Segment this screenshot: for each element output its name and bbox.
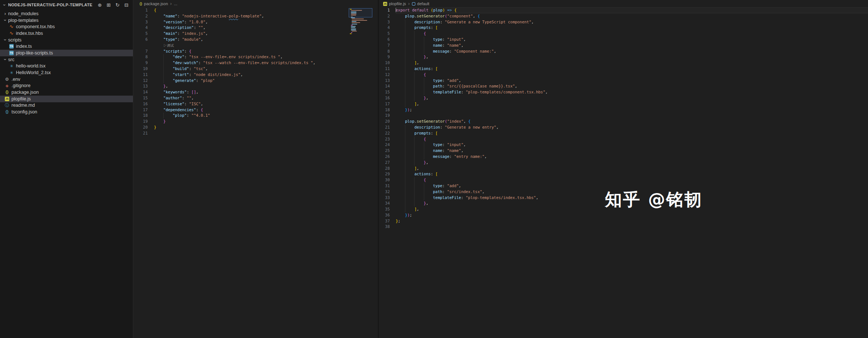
tree-item-plop-templates[interactable]: ›plop-templates	[0, 17, 133, 24]
code-line[interactable]: 19}	[134, 119, 378, 125]
new-folder-icon[interactable]: ⊞	[106, 2, 111, 8]
code-line[interactable]: 7name: "name",	[379, 43, 868, 49]
code-line[interactable]: 13},	[134, 83, 378, 89]
code-line[interactable]: 21description: "Generate a new entry",	[379, 125, 868, 130]
minimap[interactable]	[350, 9, 371, 36]
code-line[interactable]: 17],	[379, 101, 868, 107]
code-line[interactable]: 20plop.setGenerator("index", {	[379, 119, 868, 125]
tree-item-plop-like-scripts.ts[interactable]: TSplop-like-scripts.ts	[0, 50, 133, 56]
explorer-section-header[interactable]: › NODEJS-INTERACTIVE-POLP-TEMPLATE ⊕⊞↻⊟	[0, 0, 133, 10]
code-line[interactable]: 23{	[379, 136, 868, 142]
code-line[interactable]: 3description: "Generate a new TypeScript…	[379, 19, 868, 25]
code-line[interactable]: 19	[379, 113, 868, 119]
tree-item-package.json[interactable]: {}package.json	[0, 89, 133, 96]
code-line[interactable]: 22prompts: [	[379, 130, 868, 136]
code-line[interactable]: 3"version": "1.0.0",	[134, 19, 378, 25]
tree-item-scripts[interactable]: ›scripts	[0, 37, 133, 43]
code-line[interactable]: 26message: "entry name:",	[379, 154, 868, 160]
tree-item-src[interactable]: ›src	[0, 56, 133, 63]
tree-item-plopfile.js[interactable]: JSplopfile.js	[0, 96, 133, 102]
code-token: ,	[461, 148, 463, 153]
code-line[interactable]: 8"dev": "tsx --env-file=.env scripts/ind…	[134, 54, 378, 60]
code-line[interactable]: 16},	[379, 95, 868, 101]
code-line[interactable]: 11"start": "node dist/index.js",	[134, 72, 378, 78]
code-line[interactable]: 6type: "input",	[379, 37, 868, 43]
code-line[interactable]: 1{	[134, 7, 378, 13]
line-number: 36	[379, 212, 390, 218]
tree-item-.env[interactable]: ⚙.env	[0, 76, 133, 83]
code-line[interactable]: 15templateFile: "plop-templates/componen…	[379, 89, 868, 95]
code-line[interactable]: 8message: "Component name:",	[379, 49, 868, 54]
code-lens-line[interactable]: ▷调试	[134, 43, 378, 49]
indent-guide	[154, 19, 163, 25]
code-line[interactable]: 7"scripts": {	[134, 49, 378, 54]
code-line[interactable]: 10"build": "tsc",	[134, 66, 378, 72]
tree-item-HelloWorld_2.tsx[interactable]: ✳HelloWorld_2.tsx	[0, 69, 133, 76]
editor-1-code[interactable]: 1{2"name": "nodejs-interactive-polp-temp…	[134, 7, 378, 338]
code-line[interactable]: 38	[379, 224, 868, 230]
code-line[interactable]: 13type: "add",	[379, 78, 868, 84]
code-token: setGenerator	[417, 14, 445, 18]
code-line[interactable]: 18"plop": "^4.0.1"	[134, 113, 378, 119]
code-line[interactable]: 24type: "input",	[379, 142, 868, 148]
code-line[interactable]: 12"generate": "plop"	[134, 78, 378, 84]
file-label: hello-world.tsx	[16, 63, 46, 69]
tree-item-component.tsx.hbs[interactable]: ∿component.tsx.hbs	[0, 23, 133, 30]
code-line[interactable]: 6"type": "module",	[134, 37, 378, 43]
code-line[interactable]: 11actions: [	[379, 66, 868, 72]
line-number: 3	[379, 19, 390, 25]
code-line[interactable]: 29actions: [	[379, 171, 868, 177]
tree-item-index.tsx.hbs[interactable]: ∿index.tsx.hbs	[0, 30, 133, 37]
debug-codelens[interactable]: ▷调试	[163, 43, 174, 47]
code-line[interactable]: 15"author": "",	[134, 95, 378, 101]
code-line[interactable]: 17"dependencies": {	[134, 107, 378, 113]
tree-item-.gitignore[interactable]: ◈.gitignore	[0, 83, 133, 89]
code-line[interactable]: 9"dev:watch": "tsx --watch --env-file=.e…	[134, 60, 378, 66]
breadcrumb-symbol-right[interactable]: default	[417, 1, 429, 6]
code-token: "license"	[163, 102, 184, 106]
breadcrumb-file-left[interactable]: package.json	[144, 1, 168, 6]
code-line[interactable]: 18});	[379, 107, 868, 113]
code-line[interactable]: 28],	[379, 166, 868, 172]
code-token: :	[449, 49, 454, 53]
code-line[interactable]: 37};	[379, 218, 868, 224]
tree-item-readme.md[interactable]: ⓘreadme.md	[0, 102, 133, 109]
code-token: ,	[166, 84, 168, 88]
refresh-explorer-icon[interactable]: ↻	[115, 2, 120, 8]
json-file-icon: {}	[4, 90, 10, 95]
tree-item-tsconfig.json[interactable]: {}tsconfig.json	[0, 109, 133, 115]
code-line[interactable]: 12{	[379, 72, 868, 78]
code-line[interactable]: 36});	[379, 212, 868, 218]
code-line[interactable]: 21	[134, 130, 378, 136]
explorer-actions: ⊕⊞↻⊟	[97, 2, 129, 8]
collapse-folders-icon[interactable]: ⊟	[124, 2, 129, 8]
code-line[interactable]: 14"keywords": [],	[134, 89, 378, 95]
indent-guide	[154, 113, 163, 119]
code-line[interactable]: 20}	[134, 125, 378, 130]
tree-item-node_modules[interactable]: ›node_modules	[0, 10, 133, 17]
code-line[interactable]: 27},	[379, 160, 868, 166]
breadcrumb-symbol-left[interactable]: ...	[174, 1, 177, 6]
tree-item-index.ts[interactable]: TSindex.ts	[0, 43, 133, 50]
editor-split-sash[interactable]	[378, 0, 379, 338]
breadcrumb-file-right[interactable]: plopfile.js	[389, 1, 406, 6]
code-line[interactable]: 4"description": "",	[134, 25, 378, 31]
new-file-icon[interactable]: ⊕	[97, 2, 103, 8]
code-line[interactable]: 30{	[379, 177, 868, 183]
code-line[interactable]: 16"license": "ISC",	[134, 101, 378, 107]
code-line[interactable]: 5{	[379, 31, 868, 37]
code-token: :	[194, 25, 198, 30]
code-line[interactable]: 5"main": "index.js",	[134, 31, 378, 37]
code-line[interactable]: 2plop.setGenerator("component", {	[379, 13, 868, 19]
code-line[interactable]: 2"name": "nodejs-interactive-polp-templa…	[134, 13, 378, 19]
code-token: "plop"	[172, 113, 187, 117]
tree-item-hello-world.tsx[interactable]: ✳hello-world.tsx	[0, 63, 133, 70]
code-line[interactable]: 10],	[379, 60, 868, 66]
code-line[interactable]: 14path: "src/{{pascalCase name}}.tsx",	[379, 83, 868, 89]
code-line[interactable]: 1export default (plop) => {	[379, 7, 868, 13]
code-line[interactable]: 9},	[379, 54, 868, 60]
code-line[interactable]: 4prompts: [	[379, 25, 868, 31]
chevron-down-icon: ›	[3, 17, 8, 23]
code-line[interactable]: 25name: "name",	[379, 148, 868, 154]
editor-2-code[interactable]: 1export default (plop) => {2plop.setGene…	[379, 7, 868, 338]
